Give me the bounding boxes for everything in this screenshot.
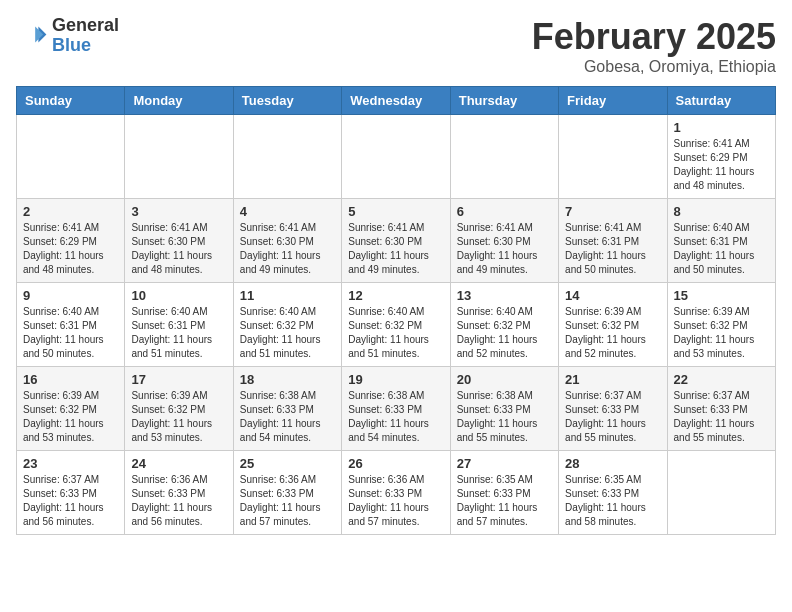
day-info: Sunrise: 6:36 AM Sunset: 6:33 PM Dayligh…	[240, 473, 335, 529]
calendar-cell: 17Sunrise: 6:39 AM Sunset: 6:32 PM Dayli…	[125, 367, 233, 451]
calendar-cell: 20Sunrise: 6:38 AM Sunset: 6:33 PM Dayli…	[450, 367, 558, 451]
calendar-cell: 13Sunrise: 6:40 AM Sunset: 6:32 PM Dayli…	[450, 283, 558, 367]
weekday-header-row: SundayMondayTuesdayWednesdayThursdayFrid…	[17, 87, 776, 115]
calendar-week-2: 9Sunrise: 6:40 AM Sunset: 6:31 PM Daylig…	[17, 283, 776, 367]
day-info: Sunrise: 6:36 AM Sunset: 6:33 PM Dayligh…	[348, 473, 443, 529]
day-number: 2	[23, 204, 118, 219]
day-info: Sunrise: 6:38 AM Sunset: 6:33 PM Dayligh…	[457, 389, 552, 445]
day-number: 6	[457, 204, 552, 219]
day-info: Sunrise: 6:40 AM Sunset: 6:31 PM Dayligh…	[23, 305, 118, 361]
day-number: 4	[240, 204, 335, 219]
day-number: 1	[674, 120, 769, 135]
day-info: Sunrise: 6:41 AM Sunset: 6:30 PM Dayligh…	[240, 221, 335, 277]
calendar-week-3: 16Sunrise: 6:39 AM Sunset: 6:32 PM Dayli…	[17, 367, 776, 451]
day-info: Sunrise: 6:40 AM Sunset: 6:32 PM Dayligh…	[348, 305, 443, 361]
calendar-cell	[559, 115, 667, 199]
day-number: 20	[457, 372, 552, 387]
day-number: 23	[23, 456, 118, 471]
day-number: 16	[23, 372, 118, 387]
calendar-cell	[233, 115, 341, 199]
day-number: 3	[131, 204, 226, 219]
day-number: 15	[674, 288, 769, 303]
day-info: Sunrise: 6:39 AM Sunset: 6:32 PM Dayligh…	[131, 389, 226, 445]
calendar-week-4: 23Sunrise: 6:37 AM Sunset: 6:33 PM Dayli…	[17, 451, 776, 535]
calendar-cell: 19Sunrise: 6:38 AM Sunset: 6:33 PM Dayli…	[342, 367, 450, 451]
calendar-cell: 26Sunrise: 6:36 AM Sunset: 6:33 PM Dayli…	[342, 451, 450, 535]
calendar-cell: 16Sunrise: 6:39 AM Sunset: 6:32 PM Dayli…	[17, 367, 125, 451]
calendar-cell: 8Sunrise: 6:40 AM Sunset: 6:31 PM Daylig…	[667, 199, 775, 283]
location: Gobesa, Oromiya, Ethiopia	[532, 58, 776, 76]
day-number: 10	[131, 288, 226, 303]
calendar-cell	[342, 115, 450, 199]
day-info: Sunrise: 6:40 AM Sunset: 6:32 PM Dayligh…	[240, 305, 335, 361]
day-number: 5	[348, 204, 443, 219]
calendar-cell: 25Sunrise: 6:36 AM Sunset: 6:33 PM Dayli…	[233, 451, 341, 535]
day-info: Sunrise: 6:35 AM Sunset: 6:33 PM Dayligh…	[565, 473, 660, 529]
day-number: 8	[674, 204, 769, 219]
calendar-cell: 15Sunrise: 6:39 AM Sunset: 6:32 PM Dayli…	[667, 283, 775, 367]
calendar-cell	[17, 115, 125, 199]
calendar-cell: 9Sunrise: 6:40 AM Sunset: 6:31 PM Daylig…	[17, 283, 125, 367]
calendar-cell: 10Sunrise: 6:40 AM Sunset: 6:31 PM Dayli…	[125, 283, 233, 367]
logo-general: General	[52, 15, 119, 35]
day-number: 18	[240, 372, 335, 387]
day-info: Sunrise: 6:40 AM Sunset: 6:31 PM Dayligh…	[674, 221, 769, 277]
weekday-header-saturday: Saturday	[667, 87, 775, 115]
calendar-cell: 22Sunrise: 6:37 AM Sunset: 6:33 PM Dayli…	[667, 367, 775, 451]
page-header: General Blue February 2025 Gobesa, Oromi…	[16, 16, 776, 76]
day-number: 22	[674, 372, 769, 387]
calendar-cell: 12Sunrise: 6:40 AM Sunset: 6:32 PM Dayli…	[342, 283, 450, 367]
logo-blue: Blue	[52, 35, 91, 55]
logo-icon	[16, 20, 48, 52]
calendar-cell: 24Sunrise: 6:36 AM Sunset: 6:33 PM Dayli…	[125, 451, 233, 535]
calendar-cell: 3Sunrise: 6:41 AM Sunset: 6:30 PM Daylig…	[125, 199, 233, 283]
day-number: 12	[348, 288, 443, 303]
day-info: Sunrise: 6:37 AM Sunset: 6:33 PM Dayligh…	[565, 389, 660, 445]
calendar-cell: 7Sunrise: 6:41 AM Sunset: 6:31 PM Daylig…	[559, 199, 667, 283]
day-info: Sunrise: 6:41 AM Sunset: 6:30 PM Dayligh…	[457, 221, 552, 277]
day-info: Sunrise: 6:40 AM Sunset: 6:31 PM Dayligh…	[131, 305, 226, 361]
calendar-cell: 4Sunrise: 6:41 AM Sunset: 6:30 PM Daylig…	[233, 199, 341, 283]
day-number: 17	[131, 372, 226, 387]
day-info: Sunrise: 6:37 AM Sunset: 6:33 PM Dayligh…	[674, 389, 769, 445]
day-number: 21	[565, 372, 660, 387]
weekday-header-monday: Monday	[125, 87, 233, 115]
day-number: 27	[457, 456, 552, 471]
weekday-header-wednesday: Wednesday	[342, 87, 450, 115]
day-number: 11	[240, 288, 335, 303]
day-info: Sunrise: 6:39 AM Sunset: 6:32 PM Dayligh…	[674, 305, 769, 361]
day-info: Sunrise: 6:35 AM Sunset: 6:33 PM Dayligh…	[457, 473, 552, 529]
day-number: 14	[565, 288, 660, 303]
calendar-week-1: 2Sunrise: 6:41 AM Sunset: 6:29 PM Daylig…	[17, 199, 776, 283]
calendar-cell: 14Sunrise: 6:39 AM Sunset: 6:32 PM Dayli…	[559, 283, 667, 367]
day-number: 19	[348, 372, 443, 387]
calendar-header: SundayMondayTuesdayWednesdayThursdayFrid…	[17, 87, 776, 115]
calendar-cell	[450, 115, 558, 199]
month-year: February 2025	[532, 16, 776, 58]
calendar-cell: 27Sunrise: 6:35 AM Sunset: 6:33 PM Dayli…	[450, 451, 558, 535]
calendar-cell: 6Sunrise: 6:41 AM Sunset: 6:30 PM Daylig…	[450, 199, 558, 283]
day-info: Sunrise: 6:41 AM Sunset: 6:29 PM Dayligh…	[674, 137, 769, 193]
calendar-cell: 21Sunrise: 6:37 AM Sunset: 6:33 PM Dayli…	[559, 367, 667, 451]
day-info: Sunrise: 6:39 AM Sunset: 6:32 PM Dayligh…	[565, 305, 660, 361]
day-number: 9	[23, 288, 118, 303]
calendar-body: 1Sunrise: 6:41 AM Sunset: 6:29 PM Daylig…	[17, 115, 776, 535]
day-info: Sunrise: 6:36 AM Sunset: 6:33 PM Dayligh…	[131, 473, 226, 529]
day-info: Sunrise: 6:38 AM Sunset: 6:33 PM Dayligh…	[348, 389, 443, 445]
day-number: 25	[240, 456, 335, 471]
calendar-week-0: 1Sunrise: 6:41 AM Sunset: 6:29 PM Daylig…	[17, 115, 776, 199]
calendar-cell: 18Sunrise: 6:38 AM Sunset: 6:33 PM Dayli…	[233, 367, 341, 451]
weekday-header-friday: Friday	[559, 87, 667, 115]
logo-text: General Blue	[52, 16, 119, 56]
calendar-table: SundayMondayTuesdayWednesdayThursdayFrid…	[16, 86, 776, 535]
day-info: Sunrise: 6:41 AM Sunset: 6:31 PM Dayligh…	[565, 221, 660, 277]
calendar-cell: 23Sunrise: 6:37 AM Sunset: 6:33 PM Dayli…	[17, 451, 125, 535]
logo: General Blue	[16, 16, 119, 56]
day-number: 28	[565, 456, 660, 471]
weekday-header-thursday: Thursday	[450, 87, 558, 115]
title-block: February 2025 Gobesa, Oromiya, Ethiopia	[532, 16, 776, 76]
calendar-cell	[125, 115, 233, 199]
day-info: Sunrise: 6:38 AM Sunset: 6:33 PM Dayligh…	[240, 389, 335, 445]
calendar-cell	[667, 451, 775, 535]
day-number: 24	[131, 456, 226, 471]
